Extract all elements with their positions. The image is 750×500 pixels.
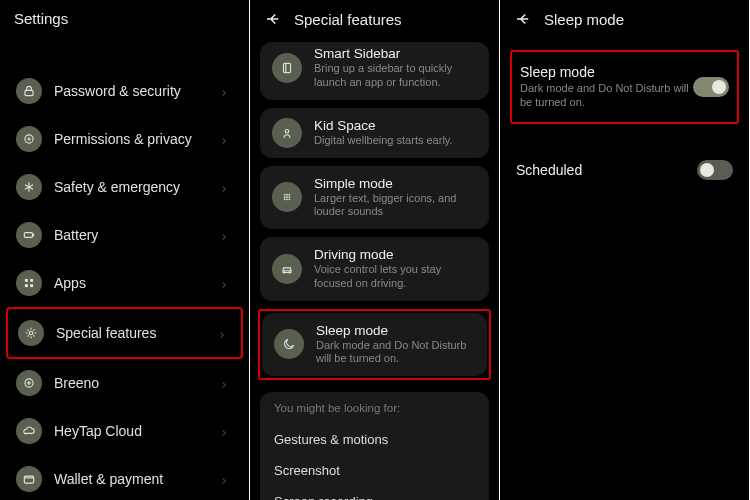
feature-card-driving-mode[interactable]: Driving mode Voice control lets you stay… — [260, 237, 489, 301]
svg-point-18 — [288, 196, 290, 198]
sleep-settings: Sleep mode Dark mode and Do Not Disturb … — [500, 38, 749, 194]
settings-item-label: Special features — [56, 325, 217, 341]
suggestion-gestures[interactable]: Gestures & motions — [274, 424, 475, 455]
settings-item-label: Battery — [54, 227, 219, 243]
card-title: Smart Sidebar — [314, 46, 477, 61]
settings-item-safety[interactable]: Safety & emergency — [6, 163, 243, 211]
cloud-icon — [16, 418, 42, 444]
header: Special features — [250, 0, 499, 38]
toggle-sub: Dark mode and Do Not Disturb will be tur… — [520, 82, 693, 110]
chevron-right-icon — [219, 424, 233, 438]
card-sub: Voice control lets you stay focused on d… — [314, 263, 477, 291]
settings-item-breeno[interactable]: Breeno — [6, 359, 243, 407]
chevron-right-icon — [217, 326, 231, 340]
svg-point-7 — [29, 331, 33, 335]
svg-rect-2 — [24, 233, 32, 238]
chevron-right-icon — [219, 180, 233, 194]
settings-item-label: Apps — [54, 275, 219, 291]
page-title: Settings — [14, 10, 68, 27]
highlight: Sleep mode Dark mode and Do Not Disturb … — [258, 309, 491, 381]
card-sub: Bring up a sidebar to quickly launch an … — [314, 62, 477, 90]
svg-point-12 — [285, 129, 289, 133]
svg-point-23 — [289, 272, 290, 273]
card-sub: Larger text, bigger icons, and louder so… — [314, 192, 477, 220]
suggestion-screenshot[interactable]: Screenshot — [274, 455, 475, 486]
card-title: Simple mode — [314, 176, 477, 191]
card-sub: Dark mode and Do Not Disturb will be tur… — [316, 339, 475, 367]
card-text: Driving mode Voice control lets you stay… — [314, 247, 477, 291]
special-features-panel: Special features Smart Sidebar Bring up … — [250, 0, 500, 500]
suggestions-header: You might be looking for: — [274, 402, 475, 414]
kid-icon — [272, 118, 302, 148]
sleep-mode-toggle-row[interactable]: Sleep mode Dark mode and Do Not Disturb … — [514, 54, 735, 120]
svg-point-20 — [286, 199, 288, 201]
settings-item-label: Wallet & payment — [54, 471, 219, 487]
chevron-right-icon — [219, 376, 233, 390]
suggestion-screen-recording[interactable]: Screen recording — [274, 486, 475, 500]
card-text: Sleep mode Dark mode and Do Not Disturb … — [316, 323, 475, 367]
feature-card-smart-sidebar[interactable]: Smart Sidebar Bring up a sidebar to quic… — [260, 42, 489, 100]
toggle-title: Sleep mode — [520, 64, 693, 80]
chevron-right-icon — [219, 84, 233, 98]
card-title: Kid Space — [314, 118, 477, 133]
sleep-mode-panel: Sleep mode Sleep mode Dark mode and Do N… — [500, 0, 750, 500]
svg-point-9 — [28, 382, 30, 384]
settings-item-battery[interactable]: Battery — [6, 211, 243, 259]
header: Settings — [0, 0, 249, 37]
settings-item-label: Permissions & privacy — [54, 131, 219, 147]
svg-point-17 — [286, 196, 288, 198]
page-title: Sleep mode — [544, 11, 624, 28]
battery-icon — [16, 222, 42, 248]
card-title: Sleep mode — [316, 323, 475, 338]
breeno-icon — [16, 370, 42, 396]
features-list: Smart Sidebar Bring up a sidebar to quic… — [250, 38, 499, 500]
back-arrow-icon[interactable] — [264, 10, 282, 28]
feature-card-sleep-mode[interactable]: Sleep mode Dark mode and Do Not Disturb … — [262, 313, 487, 377]
card-title: Driving mode — [314, 247, 477, 262]
settings-item-label: Safety & emergency — [54, 179, 219, 195]
card-text: Kid Space Digital wellbeing starts early… — [314, 118, 477, 148]
scheduled-switch[interactable] — [697, 160, 733, 180]
settings-item-password[interactable]: Password & security — [6, 67, 243, 115]
highlight: Sleep mode Dark mode and Do Not Disturb … — [510, 50, 739, 124]
svg-point-14 — [286, 194, 288, 196]
card-text: Smart Sidebar Bring up a sidebar to quic… — [314, 46, 477, 90]
lock-icon — [16, 78, 42, 104]
feature-card-simple-mode[interactable]: Simple mode Larger text, bigger icons, a… — [260, 166, 489, 230]
svg-point-13 — [284, 194, 286, 196]
settings-item-label: Password & security — [54, 83, 219, 99]
svg-rect-5 — [25, 284, 28, 287]
settings-item-heytap-cloud[interactable]: HeyTap Cloud — [6, 407, 243, 455]
toggle-text: Sleep mode Dark mode and Do Not Disturb … — [520, 64, 693, 110]
feature-card-kid-space[interactable]: Kid Space Digital wellbeing starts early… — [260, 108, 489, 158]
card-sub: Digital wellbeing starts early. — [314, 134, 477, 148]
toggle-text: Scheduled — [516, 162, 697, 178]
svg-point-22 — [284, 272, 285, 273]
svg-rect-10 — [24, 476, 33, 483]
car-icon — [272, 254, 302, 284]
settings-panel: Settings Password & security Permissions… — [0, 0, 250, 500]
svg-point-16 — [284, 196, 286, 198]
settings-item-permissions[interactable]: Permissions & privacy — [6, 115, 243, 163]
card-text: Simple mode Larger text, bigger icons, a… — [314, 176, 477, 220]
page-title: Special features — [294, 11, 402, 28]
svg-rect-6 — [30, 284, 33, 287]
toggle-title: Scheduled — [516, 162, 697, 178]
settings-item-label: HeyTap Cloud — [54, 423, 219, 439]
svg-rect-4 — [30, 279, 33, 282]
chevron-right-icon — [219, 472, 233, 486]
scheduled-toggle-row[interactable]: Scheduled — [510, 150, 739, 190]
asterisk-icon — [16, 174, 42, 200]
svg-point-15 — [288, 194, 290, 196]
sleep-mode-switch[interactable] — [693, 77, 729, 97]
settings-item-special-features[interactable]: Special features — [6, 307, 243, 359]
settings-item-wallet[interactable]: Wallet & payment — [6, 455, 243, 500]
svg-rect-11 — [284, 63, 291, 72]
chevron-right-icon — [219, 276, 233, 290]
chevron-right-icon — [219, 228, 233, 242]
gear-icon — [18, 320, 44, 346]
settings-item-label: Breeno — [54, 375, 219, 391]
back-arrow-icon[interactable] — [514, 10, 532, 28]
svg-point-21 — [288, 199, 290, 201]
settings-item-apps[interactable]: Apps — [6, 259, 243, 307]
